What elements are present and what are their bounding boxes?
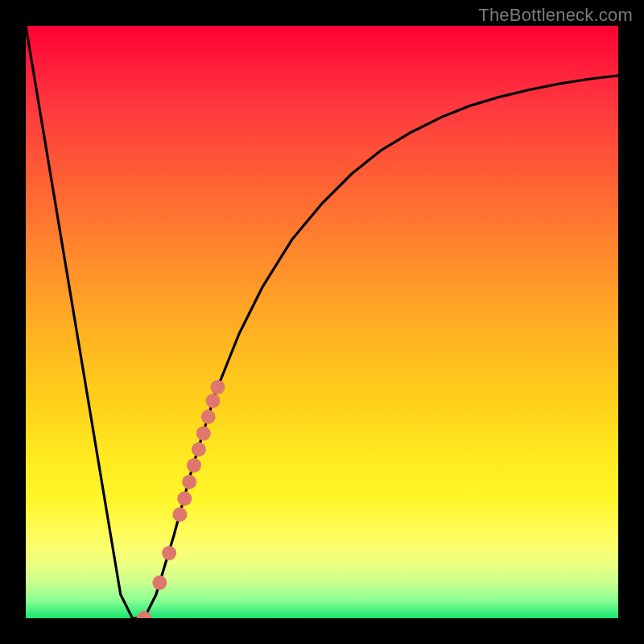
bead-marker xyxy=(187,458,201,473)
bead-marker xyxy=(196,426,211,440)
bottleneck-curve xyxy=(26,26,618,618)
bead-marker xyxy=(182,475,196,489)
bead-marker xyxy=(192,442,206,456)
bead-marker xyxy=(172,507,187,522)
bead-marker xyxy=(210,380,225,394)
curve-layer xyxy=(26,26,618,618)
highlight-beads xyxy=(137,380,225,618)
chart-frame: TheBottleneck.com xyxy=(0,0,644,644)
bead-marker xyxy=(206,394,221,408)
plot-area xyxy=(26,26,618,618)
watermark-text: TheBottleneck.com xyxy=(478,5,633,26)
bead-marker xyxy=(177,491,192,506)
bead-marker xyxy=(152,576,167,590)
bead-marker xyxy=(137,611,151,618)
bead-marker xyxy=(201,410,216,424)
bead-marker xyxy=(162,546,176,560)
